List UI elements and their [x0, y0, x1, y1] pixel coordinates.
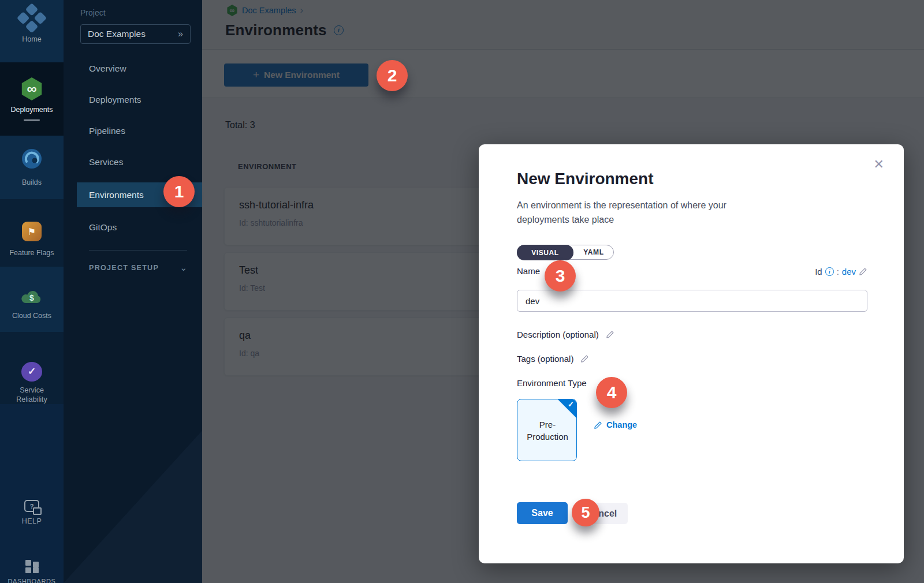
nav-module-feature-flags[interactable]: ⚑ Feature Flags [0, 199, 64, 267]
project-nav-panel: Project Doc Examples » Overview Deployme… [64, 0, 202, 583]
id-label: Id [815, 267, 822, 276]
module-rail: Home ∞ Deployments Builds ⚑ Feature Flag… [0, 0, 64, 583]
double-chevron-icon: » [178, 29, 183, 39]
project-setup-label: PROJECT SETUP [89, 264, 159, 272]
edit-tags-icon[interactable] [580, 354, 589, 363]
id-value: dev [842, 267, 856, 276]
annotation-badge-2: 2 [377, 60, 408, 91]
sidebar-item-pipelines[interactable]: Pipelines [64, 118, 202, 143]
builds-icon [21, 148, 42, 169]
module-label: Feature Flags [9, 248, 54, 257]
check-icon: ✓ [568, 400, 574, 409]
close-icon[interactable]: ✕ [874, 158, 884, 171]
description-label: Description (optional) [517, 330, 599, 339]
project-name: Doc Examples [88, 29, 146, 39]
project-section-label: Project [80, 8, 106, 17]
edit-pencil-icon [594, 421, 602, 429]
module-label: Home [22, 35, 41, 44]
edit-id-icon[interactable] [859, 267, 867, 276]
annotation-badge-5: 5 [572, 499, 599, 526]
annotation-badge-3: 3 [545, 260, 576, 292]
name-label: Name [517, 266, 540, 276]
nav-module-cloud-costs[interactable]: $ Cloud Costs [0, 267, 64, 332]
annotation-badge-1: 1 [163, 176, 195, 207]
service-reliability-icon: ✓ [21, 362, 42, 382]
cloud-costs-icon: $ [20, 288, 43, 305]
help-label: HELP [22, 517, 42, 525]
app-screen: ∞ Doc Examples › Environments i + New En… [0, 0, 924, 583]
project-setup-toggle[interactable]: PROJECT SETUP ⌄ [89, 263, 187, 273]
view-mode-toggle: VISUAL YAML [517, 245, 614, 260]
home-icon [16, 3, 47, 34]
nav-dashboards[interactable]: DASHBOARDS [0, 560, 64, 583]
nav-module-deployments[interactable]: ∞ Deployments [0, 62, 64, 136]
id-info-icon[interactable]: i [825, 267, 834, 276]
svg-text:$: $ [29, 293, 34, 302]
active-module-underline [24, 119, 40, 121]
tab-visual[interactable]: VISUAL [517, 245, 573, 260]
environment-type-row: Environment Type [517, 378, 587, 388]
deployments-icon: ∞ [20, 77, 43, 100]
nav-module-builds[interactable]: Builds [0, 136, 64, 199]
environment-type-card-pre-production[interactable]: ✓ Pre-Production [517, 399, 577, 461]
new-environment-modal: ✕ New Environment An environment is the … [479, 144, 904, 563]
edit-description-icon[interactable] [606, 330, 614, 339]
chevron-down-icon: ⌄ [180, 263, 187, 273]
sidebar-item-deployments[interactable]: Deployments [64, 87, 202, 112]
module-label: Service Reliability [8, 386, 56, 404]
nav-module-service-reliability[interactable]: ✓ Service Reliability [0, 332, 64, 404]
modal-title: New Environment [517, 170, 653, 188]
nav-divider [89, 250, 187, 251]
tags-label: Tags (optional) [517, 354, 573, 364]
sidebar-item-services[interactable]: Services [64, 150, 202, 174]
change-type-link[interactable]: Change [594, 420, 637, 429]
id-separator: : [837, 267, 839, 276]
save-button[interactable]: Save [517, 502, 568, 524]
project-selector[interactable]: Doc Examples » [80, 24, 191, 44]
rail-bottom-section [0, 404, 64, 583]
feature-flags-icon: ⚑ [22, 222, 42, 241]
module-label: Deployments [11, 105, 53, 114]
help-chat-icon: ? [24, 500, 39, 512]
nav-module-home[interactable]: Home [0, 0, 64, 62]
dashboards-label: DASHBOARDS [8, 578, 55, 583]
nav-help[interactable]: ? HELP [0, 500, 64, 525]
environment-type-value: Pre-Production [524, 418, 571, 443]
annotation-badge-4: 4 [596, 377, 627, 408]
name-input[interactable] [517, 290, 867, 312]
environment-type-label: Environment Type [517, 378, 587, 388]
description-row: Description (optional) [517, 330, 614, 339]
tags-row: Tags (optional) [517, 354, 589, 364]
id-row: Id i : dev [815, 267, 867, 276]
change-label: Change [606, 420, 637, 429]
sidebar-item-overview[interactable]: Overview [64, 56, 202, 81]
tab-yaml[interactable]: YAML [573, 245, 614, 259]
module-label: Cloud Costs [12, 311, 51, 320]
dashboards-grid-icon [25, 560, 39, 573]
sidebar-item-gitops[interactable]: GitOps [64, 215, 202, 240]
modal-subtitle: An environment is the representation of … [517, 198, 765, 227]
module-label: Builds [22, 178, 42, 187]
